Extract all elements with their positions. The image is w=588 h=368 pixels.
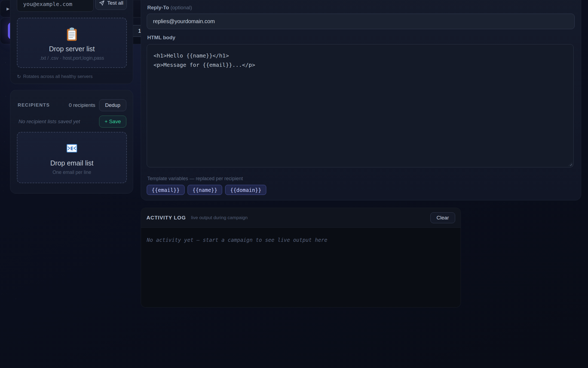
recipients-panel: RECIPIENTS 0 recipients Dedup No recipie… xyxy=(10,90,133,194)
email-list-dropzone[interactable]: E Drop email list One email per line xyxy=(17,132,127,183)
saved-lists-row: No recipient lists saved yet + Save xyxy=(19,116,126,128)
expand-caret-icon[interactable]: ▶ xyxy=(7,7,10,11)
server-dropzone-hint: .txt / .csv · host,port,login,pass xyxy=(40,55,104,61)
activity-log-output: No activity yet — start a campaign to se… xyxy=(141,228,461,307)
dedup-button[interactable]: Dedup xyxy=(99,99,126,111)
replyto-label: Reply-To (optional) xyxy=(147,5,192,11)
variable-chip-domain[interactable]: {{domain}} xyxy=(225,185,266,195)
variable-chip-name[interactable]: {{name}} xyxy=(188,185,222,195)
smtp-servers-panel: Test all Drop server list .txt / .csv · … xyxy=(10,0,133,84)
replyto-input[interactable] xyxy=(147,14,575,29)
server-dropzone-title: Drop server list xyxy=(49,45,95,53)
variable-chip-email[interactable]: {{email}} xyxy=(147,185,185,195)
compose-panel: Reply-To (optional) HTML body <h1>Hello … xyxy=(141,0,581,200)
replyto-optional-text: (optional) xyxy=(170,5,192,10)
server-list-dropzone[interactable]: Drop server list .txt / .csv · host,port… xyxy=(17,18,127,68)
test-all-label: Test all xyxy=(107,0,123,6)
recipient-count: 0 recipients xyxy=(69,102,95,108)
clear-log-button[interactable]: Clear xyxy=(430,212,455,223)
rotation-note: ↻ Rotates across all healthy servers xyxy=(17,74,93,79)
recipients-title: RECIPIENTS xyxy=(18,102,50,108)
htmlbody-label: HTML body xyxy=(147,35,175,41)
save-list-button[interactable]: + Save xyxy=(99,116,126,128)
app-canvas: Test all Drop server list .txt / .csv · … xyxy=(0,0,588,368)
activity-log-title: ACTIVITY LOG xyxy=(146,215,186,221)
activity-empty-message: No activity yet — start a campaign to se… xyxy=(147,237,327,243)
no-saved-lists-text: No recipient lists saved yet xyxy=(19,119,80,125)
email-dropzone-title: Drop email list xyxy=(50,159,93,167)
template-vars-row: {{email}} {{name}} {{domain}} xyxy=(147,185,266,195)
activity-log-panel: ACTIVITY LOG live output during campaign… xyxy=(141,208,461,307)
email-dropzone-hint: One email per line xyxy=(53,170,91,175)
svg-text:E: E xyxy=(70,146,74,151)
replyto-label-text: Reply-To xyxy=(147,5,169,10)
clipboard-icon xyxy=(65,27,79,42)
htmlbody-wrapper: <h1>Hello {{name}}</h1> <p>Message for {… xyxy=(147,44,574,167)
recipients-header: RECIPIENTS 0 recipients Dedup xyxy=(18,99,126,111)
template-vars-label: Template variables — replaced per recipi… xyxy=(147,176,243,182)
paper-plane-icon xyxy=(99,0,105,6)
htmlbody-textarea[interactable]: <h1>Hello {{name}}</h1> <p>Message for {… xyxy=(147,44,574,167)
email-icon: E xyxy=(65,141,79,156)
rotation-note-text: Rotates across all healthy servers xyxy=(23,74,93,79)
activity-log-subtitle: live output during campaign xyxy=(191,215,248,221)
test-all-button[interactable]: Test all xyxy=(95,0,127,10)
sender-email-input[interactable] xyxy=(17,0,94,12)
activity-log-header: ACTIVITY LOG live output during campaign… xyxy=(141,208,461,228)
rotate-icon: ↻ xyxy=(17,74,21,79)
